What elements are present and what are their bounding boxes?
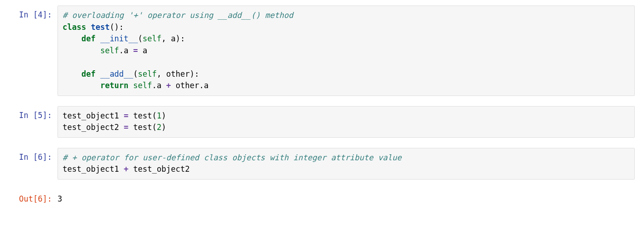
code-input-6[interactable]: # + operator for user-defined class obje… [58,148,635,180]
code-keyword: def [81,69,96,79]
code-pad [63,46,100,55]
code-text: test_object1 [63,111,124,120]
prompt-in-4: In [4]: [9,6,58,25]
code-op: + [166,81,171,90]
code-comment: # overloading '+' operator using __add__… [63,11,293,20]
code-text: test_object1 [63,164,124,174]
code-op: = [133,46,138,55]
code-output-6: 3 [58,190,635,209]
cell-in-6: In [6]: # + operator for user-defined cl… [9,148,635,180]
code-text: , other): [157,69,199,79]
code-keyword: def [81,34,96,43]
code-op: = [124,123,128,132]
code-keyword: return [100,81,128,90]
code-text: .a [152,81,167,90]
code-text: ) [161,123,166,132]
code-input-5[interactable]: test_object1 = test(1) test_object2 = te… [58,106,635,138]
code-op: = [124,111,128,120]
prompt-out-6: Out[6]: [9,190,58,209]
code-pad [63,34,81,43]
code-text: test( [128,123,156,132]
cell-out-6: Out[6]: 3 [9,190,635,209]
code-text: test_object2 [128,164,190,174]
code-funcname: __add__ [96,69,133,79]
code-text: ( [138,34,143,43]
code-pad [63,69,81,79]
code-self: self [138,69,157,79]
code-number: 1 [157,111,161,120]
code-text [128,81,133,90]
code-text: other.a [171,81,208,90]
code-self: self [143,34,161,43]
prompt-in-5: In [5]: [9,106,58,125]
code-text: , a): [161,34,185,43]
code-self: self [133,81,152,90]
code-pad [63,81,100,90]
code-text: ( [133,69,138,79]
cell-in-4: In [4]: # overloading '+' operator using… [9,6,635,96]
code-text: test_object2 [63,123,124,132]
prompt-in-6: In [6]: [9,148,58,167]
code-classname: test [86,23,109,32]
code-self: self [100,46,119,55]
code-keyword: class [63,23,86,32]
code-text: test( [128,111,156,120]
code-funcname: __init__ [96,34,138,43]
code-text: ) [161,111,166,120]
code-text: .a [119,46,133,55]
code-input-4[interactable]: # overloading '+' operator using __add__… [58,6,635,96]
code-comment: # + operator for user-defined class obje… [63,153,402,162]
code-text: a [138,46,147,55]
code-number: 2 [157,123,161,132]
code-text: (): [109,23,124,32]
code-op: + [124,164,128,174]
cell-in-5: In [5]: test_object1 = test(1) test_obje… [9,106,635,138]
